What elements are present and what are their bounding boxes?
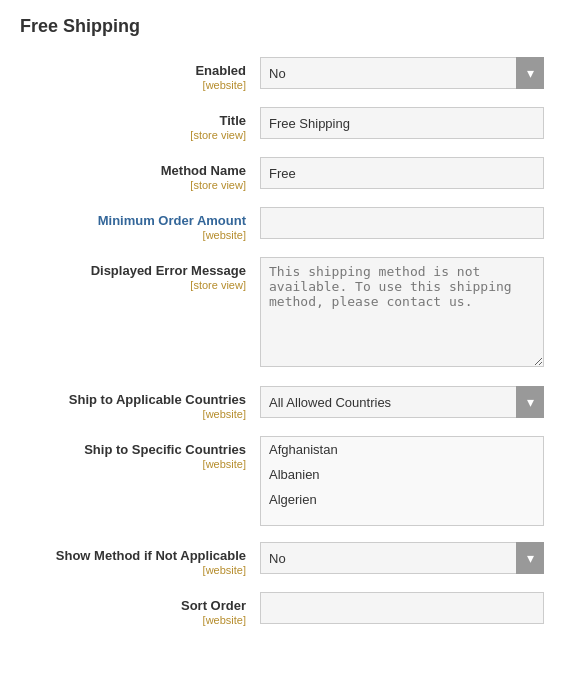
error-message-textarea[interactable]: This shipping method is not available. T… [260,257,544,367]
list-item[interactable]: Albanien [261,462,543,487]
ship-specific-listbox-wrapper: Afghanistan Albanien Algerien [260,436,544,526]
enabled-scope: [website] [20,79,246,91]
form-container: Enabled [website] No Yes Title [store vi… [20,57,544,626]
sort-order-row: Sort Order [website] [20,592,544,626]
sort-order-label-cell: Sort Order [website] [20,592,260,626]
min-order-amount-field-cell [260,207,544,239]
enabled-select-wrapper[interactable]: No Yes [260,57,544,89]
method-name-label-cell: Method Name [store view] [20,157,260,191]
enabled-field-cell: No Yes [260,57,544,89]
show-method-select-wrapper[interactable]: No Yes [260,542,544,574]
title-row: Title [store view] [20,107,544,141]
error-message-field-cell: This shipping method is not available. T… [260,257,544,370]
sort-order-input[interactable] [260,592,544,624]
enabled-label-cell: Enabled [website] [20,57,260,91]
ship-applicable-row: Ship to Applicable Countries [website] A… [20,386,544,420]
ship-specific-scope: [website] [20,458,246,470]
error-message-label-cell: Displayed Error Message [store view] [20,257,260,291]
ship-specific-listbox[interactable]: Afghanistan Albanien Algerien [260,436,544,526]
enabled-select[interactable]: No Yes [260,57,544,89]
list-item[interactable]: Algerien [261,487,543,512]
min-order-amount-row: Minimum Order Amount [website] [20,207,544,241]
ship-specific-label-cell: Ship to Specific Countries [website] [20,436,260,470]
sort-order-label: Sort Order [20,598,246,613]
method-name-label: Method Name [20,163,246,178]
show-method-label: Show Method if Not Applicable [20,548,246,563]
min-order-amount-input[interactable] [260,207,544,239]
ship-applicable-select-wrapper[interactable]: All Allowed Countries Specific Countries [260,386,544,418]
ship-applicable-field-cell: All Allowed Countries Specific Countries [260,386,544,418]
error-message-row: Displayed Error Message [store view] Thi… [20,257,544,370]
title-input[interactable] [260,107,544,139]
page-title: Free Shipping [20,16,544,37]
min-order-amount-label: Minimum Order Amount [20,213,246,228]
method-name-scope: [store view] [20,179,246,191]
list-item[interactable]: Afghanistan [261,437,543,462]
method-name-input[interactable] [260,157,544,189]
show-method-row: Show Method if Not Applicable [website] … [20,542,544,576]
show-method-scope: [website] [20,564,246,576]
ship-specific-row: Ship to Specific Countries [website] Afg… [20,436,544,526]
min-order-amount-label-cell: Minimum Order Amount [website] [20,207,260,241]
method-name-row: Method Name [store view] [20,157,544,191]
min-order-amount-scope: [website] [20,229,246,241]
enabled-label: Enabled [20,63,246,78]
ship-applicable-label-cell: Ship to Applicable Countries [website] [20,386,260,420]
error-message-scope: [store view] [20,279,246,291]
error-message-label: Displayed Error Message [20,263,246,278]
show-method-label-cell: Show Method if Not Applicable [website] [20,542,260,576]
sort-order-field-cell [260,592,544,624]
ship-applicable-label: Ship to Applicable Countries [20,392,246,407]
ship-applicable-scope: [website] [20,408,246,420]
ship-applicable-select[interactable]: All Allowed Countries Specific Countries [260,386,544,418]
show-method-select[interactable]: No Yes [260,542,544,574]
title-label-cell: Title [store view] [20,107,260,141]
ship-specific-label: Ship to Specific Countries [20,442,246,457]
method-name-field-cell [260,157,544,189]
ship-specific-field-cell: Afghanistan Albanien Algerien [260,436,544,526]
show-method-field-cell: No Yes [260,542,544,574]
enabled-row: Enabled [website] No Yes [20,57,544,91]
title-label: Title [20,113,246,128]
title-field-cell [260,107,544,139]
title-scope: [store view] [20,129,246,141]
sort-order-scope: [website] [20,614,246,626]
